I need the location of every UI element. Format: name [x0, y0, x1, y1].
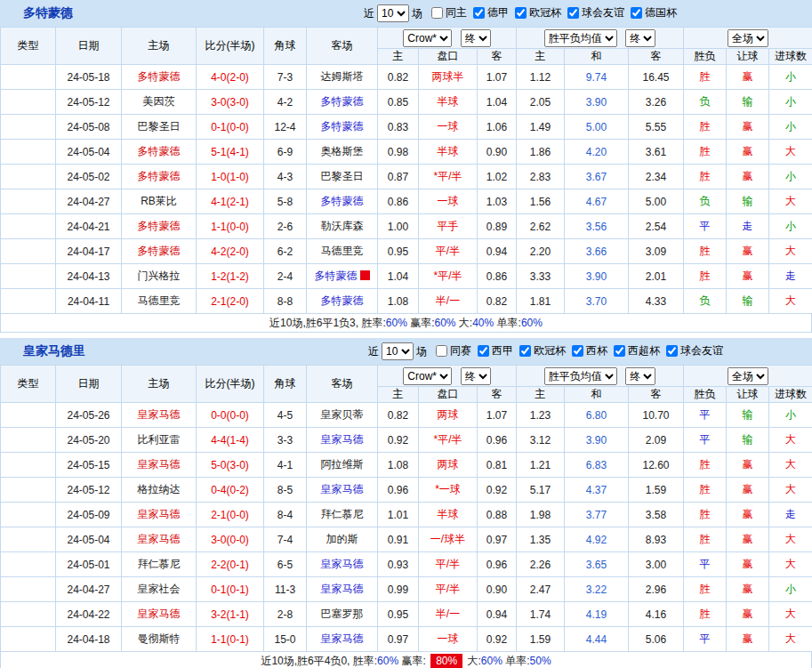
result-outcome: 胜 [684, 577, 727, 602]
filter-checkbox[interactable]: 同赛 [436, 343, 471, 358]
home-team-cell: 皇家马德 [122, 453, 197, 478]
filter-checkbox[interactable]: 德甲 [473, 5, 509, 20]
result-outcome: 胜 [684, 503, 727, 527]
filter-checkbox-label: 同赛 [450, 343, 471, 358]
filter-checkbox-input[interactable] [478, 345, 489, 357]
handicap-odds-home: 0.87 [378, 165, 419, 189]
away-team-name: 多特蒙德 [321, 195, 364, 207]
filter-checkbox-input[interactable] [572, 345, 583, 357]
corner-count: 2-4 [264, 264, 307, 289]
corner-count: 4-2 [264, 90, 307, 115]
home-team-cell: 门兴格拉 [122, 264, 197, 289]
result-goals: 小 [769, 90, 812, 115]
match-count-select[interactable]: 10 [377, 4, 409, 22]
europe-odds-draw: 4.19 [565, 602, 629, 627]
filter-checkbox-input[interactable] [666, 345, 678, 357]
handicap-odds-away: 0.96 [478, 428, 517, 453]
result-outcome: 负 [684, 90, 727, 115]
handicap-odds-away: 0.92 [478, 627, 517, 652]
away-team-cell: 加的斯 [307, 527, 378, 552]
league-type-badge: 德甲 [1, 189, 56, 214]
europe-odds-home: 2.83 [517, 165, 565, 189]
result-handicap: 走 [727, 214, 769, 239]
subcol-header-result: 胜负 [684, 387, 727, 403]
europe-odds-away: 4.33 [629, 289, 684, 314]
filter-checkbox[interactable]: 同主 [431, 5, 467, 20]
europe-odds-draw: 6.80 [565, 403, 629, 428]
result-handicap: 赢 [727, 453, 769, 478]
handicap-odds-home: 0.98 [378, 140, 419, 165]
europe-odds-select[interactable]: 胜平负均值 [544, 29, 617, 47]
match-scope-select[interactable]: 全场 [728, 367, 768, 385]
result-goals: 小 [769, 165, 812, 189]
filter-checkbox-input[interactable] [567, 7, 579, 19]
europe-odds-select[interactable]: 胜平负均值 [544, 367, 617, 385]
col-header-home: 主场 [122, 28, 197, 65]
filter-checkbox-input[interactable] [436, 345, 447, 357]
result-outcome: 胜 [684, 478, 727, 503]
filter-checkbox[interactable]: 西超杯 [614, 343, 660, 358]
filter-checkbox[interactable]: 球会友谊 [567, 5, 624, 20]
europe-final-select[interactable]: 终 [625, 29, 655, 47]
filter-checkbox[interactable]: 西杯 [572, 343, 607, 358]
home-team-name: 皇家马德 [138, 408, 181, 421]
league-type-badge: 德甲 [1, 264, 56, 289]
handicap-odds-home: 0.85 [378, 90, 419, 115]
league-type-badge: 欧冠杯 [1, 115, 56, 140]
handicap-odds-home: 0.83 [378, 115, 419, 140]
handicap-line: 平手 [419, 214, 478, 239]
match-date: 24-05-02 [56, 165, 122, 189]
home-team-name: 多特蒙德 [138, 170, 181, 182]
result-handicap: 输 [727, 289, 769, 314]
filter-checkbox-input[interactable] [515, 7, 527, 19]
filter-checkbox[interactable]: 欧冠杯 [519, 343, 566, 358]
europe-odds-home: 2.47 [517, 577, 565, 602]
match-count-select[interactable]: 10 [382, 342, 414, 360]
filter-checkbox[interactable]: 球会友谊 [666, 343, 723, 358]
europe-odds-home: 5.17 [517, 478, 565, 503]
result-outcome: 胜 [684, 602, 727, 627]
europe-final-select[interactable]: 终 [625, 367, 655, 385]
odds-company-select[interactable]: Crow* [403, 29, 452, 47]
handicap-odds-home: 0.96 [378, 478, 419, 503]
odds-company-select[interactable]: Crow* [403, 367, 452, 385]
filter-checkbox-input[interactable] [473, 7, 485, 19]
corner-count: 2-6 [264, 214, 307, 239]
handicap-odds-away: 0.97 [478, 527, 517, 552]
final-score: 1-2(1-2) [197, 264, 264, 289]
summary-line: 近10场,胜6平1负3, 胜率:60% 赢率:60% 大:40% 单率:60% [0, 314, 812, 333]
league-type-badge: 西甲 [1, 428, 56, 453]
away-team-name: 达姆斯塔 [321, 70, 364, 83]
away-team-cell: 多特蒙德 [307, 264, 378, 289]
europe-odds-draw: 4.37 [565, 478, 629, 503]
result-handicap: 赢 [727, 552, 769, 577]
filter-checkbox-input[interactable] [631, 7, 642, 19]
handicap-odds-home: 0.95 [378, 602, 419, 627]
final-score: 3-0(0-0) [197, 527, 264, 552]
league-type-badge: 欧冠杯 [1, 239, 56, 264]
league-type-badge: 欧冠杯 [1, 289, 56, 314]
odds-final-select[interactable]: 终 [461, 29, 491, 47]
filter-checkbox-input[interactable] [614, 345, 625, 357]
filter-checkbox-input[interactable] [519, 345, 531, 357]
match-scope-select[interactable]: 全场 [728, 29, 768, 47]
corner-count: 4-5 [264, 403, 307, 428]
filter-checkbox[interactable]: 欧冠杯 [515, 5, 561, 20]
filter-checkbox[interactable]: 西甲 [478, 343, 513, 358]
away-team-name: 勒沃库森 [321, 220, 364, 232]
result-goals: 大 [769, 602, 812, 627]
league-type-badge: 西甲 [1, 453, 56, 478]
away-team-cell: 皇家马德 [307, 627, 378, 652]
odds-final-select[interactable]: 终 [461, 367, 491, 385]
away-team-cell: 巴黎圣日 [307, 165, 378, 189]
result-goals: 小 [769, 115, 812, 140]
home-team-cell: 美因茨 [122, 90, 197, 115]
filter-checkbox[interactable]: 德国杯 [631, 5, 677, 20]
match-date: 24-05-20 [56, 428, 122, 453]
col-header-away: 客场 [307, 366, 378, 403]
filter-checkbox-input[interactable] [431, 7, 443, 19]
europe-odds-home: 2.62 [517, 214, 565, 239]
away-team-name: 皇家马德 [321, 483, 364, 495]
result-goals: 小 [769, 214, 812, 239]
summary-line: 近10场,胜6平4负0, 胜率:60% 赢率: 80% 大:60% 单率:50% [0, 652, 812, 668]
